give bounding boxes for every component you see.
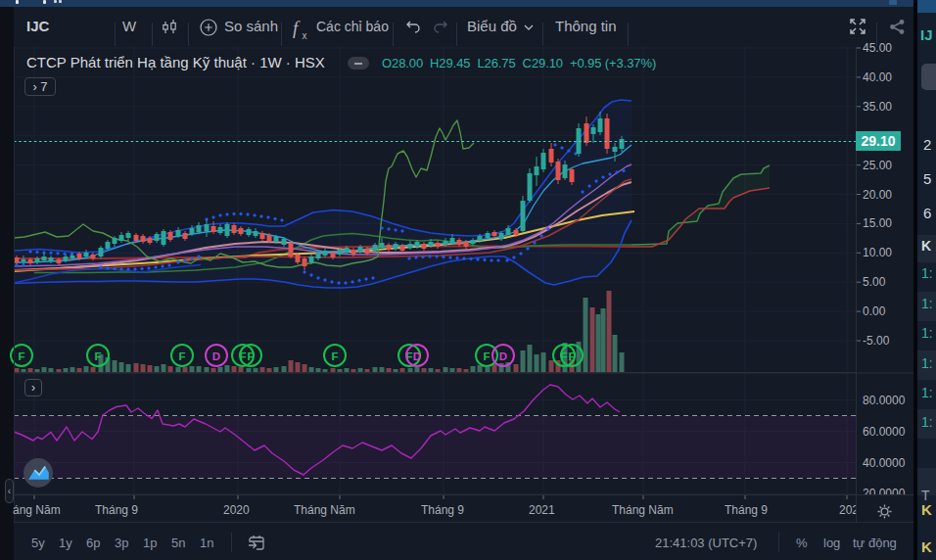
svg-text:F: F bbox=[331, 350, 338, 362]
svg-text:D: D bbox=[499, 350, 507, 362]
svg-text:D: D bbox=[413, 350, 421, 362]
svg-text:D: D bbox=[212, 350, 220, 362]
svg-text:f: f bbox=[293, 18, 301, 38]
svg-text:F: F bbox=[18, 350, 24, 362]
svg-text:F: F bbox=[94, 350, 101, 362]
svg-text:F: F bbox=[568, 350, 575, 362]
svg-text:F: F bbox=[247, 350, 254, 362]
svg-text:F: F bbox=[483, 350, 490, 362]
svg-text:x: x bbox=[303, 30, 307, 41]
svg-text:F: F bbox=[178, 350, 185, 362]
